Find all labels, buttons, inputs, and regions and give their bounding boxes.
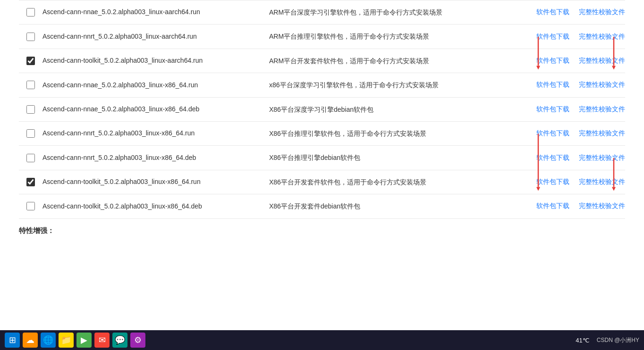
action-links: 软件包下载 完整性校验文件	[531, 33, 625, 41]
description-cell: x86平台深度学习引擎软件包，适用于命令行方式安装场景	[269, 80, 531, 90]
action-links: 软件包下载 完整性校验文件	[531, 129, 625, 138]
file-row: Ascend-cann-toolkit_5.0.2.alpha003_linux…	[19, 49, 625, 73]
checkbox-cell	[19, 8, 42, 17]
download-link[interactable]: 软件包下载	[536, 57, 569, 65]
checkbox-cell	[19, 33, 42, 41]
file-row: Ascend-cann-toolkit_5.0.2.alpha003_linux…	[19, 170, 625, 194]
download-link[interactable]: 软件包下载	[536, 33, 569, 41]
verify-link[interactable]: 完整性校验文件	[579, 202, 625, 210]
file-row: Ascend-cann-nnrt_5.0.2.alpha003_linux-x8…	[19, 146, 625, 170]
verify-link[interactable]: 完整性校验文件	[579, 8, 625, 17]
filename-cell: Ascend-cann-nnae_5.0.2.alpha003_linux-x8…	[42, 105, 269, 114]
start-button[interactable]: ⊞	[5, 333, 20, 348]
download-link[interactable]: 软件包下载	[536, 154, 569, 162]
checkbox-cell	[19, 178, 42, 186]
file-row: Ascend-cann-nnae_5.0.2.alpha003_linux-x8…	[19, 98, 625, 122]
download-link[interactable]: 软件包下载	[536, 178, 569, 186]
description-cell: X86平台开发套件debian软件包	[269, 201, 531, 211]
description-cell: X86平台推理引擎debian软件包	[269, 152, 531, 163]
file-checkbox[interactable]	[26, 33, 35, 41]
checkbox-cell	[19, 81, 42, 89]
verify-link[interactable]: 完整性校验文件	[579, 129, 625, 138]
taskbar-left: ⊞ ☁ 🌐 📁 ▶ ✉ 💬 ⚙	[5, 333, 145, 348]
file-row: Ascend-cann-nnrt_5.0.2.alpha003_linux-aa…	[19, 25, 625, 49]
taskbar-app-4[interactable]: ▶	[76, 333, 92, 348]
verify-link[interactable]: 完整性校验文件	[579, 105, 625, 114]
filename-cell: Ascend-cann-nnae_5.0.2.alpha003_linux-x8…	[42, 81, 269, 90]
action-links: 软件包下载 完整性校验文件	[531, 81, 625, 89]
action-links: 软件包下载 完整性校验文件	[531, 57, 625, 65]
taskbar-app-7[interactable]: ⚙	[130, 333, 145, 348]
file-row: Ascend-cann-nnae_5.0.2.alpha003_linux-aa…	[19, 0, 625, 25]
filename-cell: Ascend-cann-nnrt_5.0.2.alpha003_linux-x8…	[42, 153, 269, 163]
description-cell: X86平台推理引擎软件包，适用于命令行方式安装场景	[269, 128, 531, 139]
description-cell: X86平台深度学习引擎debian软件包	[269, 104, 531, 115]
file-table: Ascend-cann-nnae_5.0.2.alpha003_linux-aa…	[19, 0, 625, 219]
features-label: 特性增强：	[19, 226, 54, 234]
file-checkbox[interactable]	[26, 81, 35, 89]
file-checkbox[interactable]	[26, 178, 35, 186]
taskbar-app-5[interactable]: ✉	[94, 333, 110, 348]
verify-link[interactable]: 完整性校验文件	[579, 33, 625, 41]
taskbar-app-2[interactable]: 🌐	[41, 333, 56, 348]
file-checkbox[interactable]	[26, 202, 35, 210]
verify-link[interactable]: 完整性校验文件	[579, 154, 625, 162]
taskbar-app-1[interactable]: ☁	[23, 333, 38, 348]
download-link[interactable]: 软件包下载	[536, 105, 569, 114]
action-links: 软件包下载 完整性校验文件	[531, 8, 625, 17]
description-cell: ARM平台开发套件软件包，适用于命令行方式安装场景	[269, 56, 531, 66]
action-links: 软件包下载 完整性校验文件	[531, 178, 625, 186]
description-cell: ARM平台推理引擎软件包，适用于命令行方式安装场景	[269, 31, 531, 42]
file-row: Ascend-cann-nnrt_5.0.2.alpha003_linux-x8…	[19, 122, 625, 146]
file-checkbox[interactable]	[26, 57, 35, 65]
filename-cell: Ascend-cann-nnrt_5.0.2.alpha003_linux-x8…	[42, 129, 269, 138]
temperature-display: 41℃	[576, 337, 589, 344]
action-links: 软件包下载 完整性校验文件	[531, 105, 625, 114]
file-checkbox[interactable]	[26, 8, 35, 17]
brand-text: CSDN @小洲HY	[597, 336, 639, 344]
file-row: Ascend-cann-nnae_5.0.2.alpha003_linux-x8…	[19, 73, 625, 97]
download-link[interactable]: 软件包下载	[536, 202, 569, 210]
checkbox-cell	[19, 105, 42, 114]
file-checkbox[interactable]	[26, 129, 35, 138]
taskbar: ⊞ ☁ 🌐 📁 ▶ ✉ 💬 ⚙ 41℃ CSDN @小洲HY	[0, 330, 644, 350]
filename-cell: Ascend-cann-nnrt_5.0.2.alpha003_linux-aa…	[42, 32, 269, 42]
description-cell: X86平台开发套件软件包，适用于命令行方式安装场景	[269, 177, 531, 187]
filename-cell: Ascend-cann-toolkit_5.0.2.alpha003_linux…	[42, 202, 269, 211]
checkbox-cell	[19, 57, 42, 65]
action-links: 软件包下载 完整性校验文件	[531, 154, 625, 162]
file-checkbox[interactable]	[26, 154, 35, 162]
taskbar-app-3[interactable]: 📁	[59, 333, 74, 348]
features-section: 特性增强：	[19, 219, 625, 243]
filename-cell: Ascend-cann-toolkit_5.0.2.alpha003_linux…	[42, 177, 269, 187]
checkbox-cell	[19, 202, 42, 210]
action-links: 软件包下载 完整性校验文件	[531, 202, 625, 210]
taskbar-right: 41℃ CSDN @小洲HY	[576, 336, 639, 344]
filename-cell: Ascend-cann-nnae_5.0.2.alpha003_linux-aa…	[42, 8, 269, 17]
checkbox-cell	[19, 129, 42, 138]
description-cell: ARM平台深度学习引擎软件包，适用于命令行方式安装场景	[269, 7, 531, 17]
file-list: Ascend-cann-nnae_5.0.2.alpha003_linux-aa…	[19, 0, 625, 219]
checkbox-cell	[19, 154, 42, 162]
download-link[interactable]: 软件包下载	[536, 129, 569, 138]
taskbar-app-6[interactable]: 💬	[112, 333, 127, 348]
verify-link[interactable]: 完整性校验文件	[579, 81, 625, 89]
filename-cell: Ascend-cann-toolkit_5.0.2.alpha003_linux…	[42, 56, 269, 66]
download-link[interactable]: 软件包下载	[536, 81, 569, 89]
file-row: Ascend-cann-toolkit_5.0.2.alpha003_linux…	[19, 194, 625, 218]
download-link[interactable]: 软件包下载	[536, 8, 569, 17]
verify-link[interactable]: 完整性校验文件	[579, 178, 625, 186]
verify-link[interactable]: 完整性校验文件	[579, 57, 625, 65]
file-checkbox[interactable]	[26, 105, 35, 114]
